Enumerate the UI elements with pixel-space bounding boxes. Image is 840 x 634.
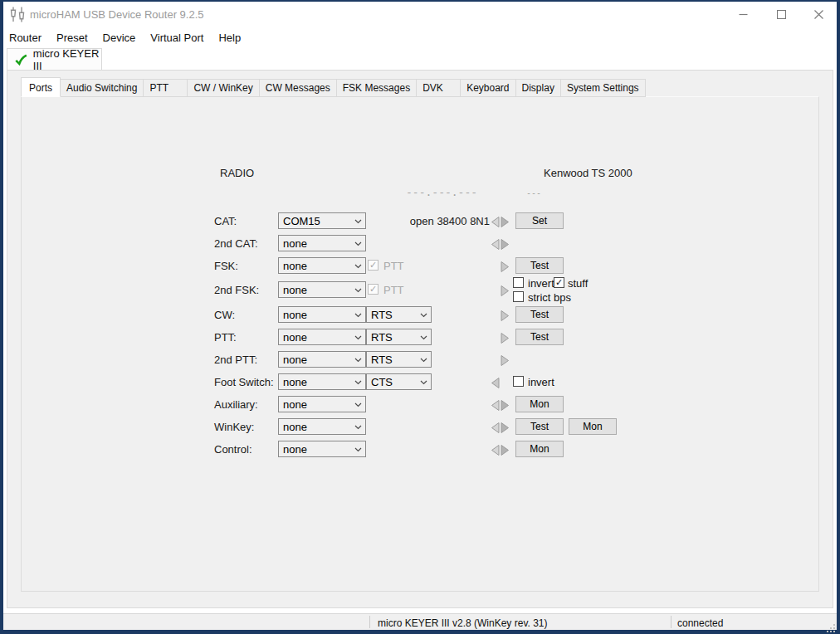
chevron-down-icon <box>354 358 362 363</box>
chevron-down-icon <box>354 402 362 407</box>
tab-keyboard[interactable]: Keyboard <box>460 79 515 97</box>
second-ptt-port-select[interactable]: none <box>278 351 366 368</box>
right-arrow-indicator-icon <box>501 238 509 249</box>
fsk-ptt-checkbox <box>368 260 378 271</box>
tab-system-settings[interactable]: System Settings <box>560 79 646 97</box>
tab-cw-messages[interactable]: CW Messages <box>259 79 337 97</box>
second-fsk-label: 2nd FSK: <box>214 284 259 296</box>
app-window: { "colors": { "window_border": "#1c3a63"… <box>0 0 840 634</box>
tab-fsk-messages[interactable]: FSK Messages <box>336 79 417 97</box>
device-connected-check-icon <box>15 54 27 66</box>
fsk-invert-checkbox[interactable] <box>513 277 524 288</box>
right-arrow-indicator-icon <box>501 444 509 455</box>
cat-port-status: open 38400 8N1 <box>390 215 490 227</box>
chevron-down-icon <box>420 335 427 340</box>
menu-item-help[interactable]: Help <box>211 29 248 46</box>
chevron-down-icon <box>354 425 362 430</box>
chevron-down-icon <box>354 241 362 246</box>
winkey-port-select[interactable]: none <box>278 418 366 435</box>
ptt-signal-select[interactable]: RTS <box>366 329 432 345</box>
chevron-down-icon <box>354 313 362 318</box>
maximize-button[interactable] <box>763 2 800 27</box>
app-logo-icon <box>9 7 26 22</box>
maximize-icon <box>777 10 786 19</box>
menu-item-virtual-port[interactable]: Virtual Port <box>143 29 211 46</box>
close-button[interactable] <box>800 2 838 27</box>
statusbar-separator <box>369 616 370 628</box>
mode-display: --- <box>526 188 541 198</box>
control-mon-button[interactable]: Mon <box>515 441 564 457</box>
minimize-button[interactable] <box>725 2 762 27</box>
cw-signal-value: RTS <box>371 309 393 321</box>
chevron-down-icon <box>354 219 362 224</box>
cat-label: CAT: <box>214 215 237 227</box>
tab-display[interactable]: Display <box>515 79 561 97</box>
second-cat-port-value: none <box>283 237 307 250</box>
right-arrow-indicator-icon <box>501 332 509 343</box>
right-arrow-indicator-icon <box>501 399 509 410</box>
foot-switch-invert-checkbox[interactable] <box>513 376 524 387</box>
chevron-down-icon <box>420 313 427 318</box>
menu-item-router[interactable]: Router <box>2 29 49 46</box>
second-fsk-ptt-checkbox-label: PTT <box>383 284 404 296</box>
fsk-strict-bps-checkbox[interactable] <box>513 291 524 302</box>
auxiliary-mon-button[interactable]: Mon <box>515 396 564 412</box>
winkey-test-button[interactable]: Test <box>515 418 564 435</box>
tab-ptt[interactable]: PTT <box>143 79 188 97</box>
second-fsk-ptt-checkbox <box>368 284 378 295</box>
second-ptt-signal-select[interactable]: RTS <box>366 351 432 368</box>
right-arrow-indicator-icon <box>501 216 509 227</box>
settings-tab-bar: Ports Audio Switching PTT CW / WinKey CW… <box>21 77 645 97</box>
cw-port-select[interactable]: none <box>278 306 366 323</box>
tab-dvk[interactable]: DVK <box>416 79 461 97</box>
menu-item-device[interactable]: Device <box>95 29 144 46</box>
foot-switch-label: Foot Switch: <box>214 376 274 388</box>
frequency-display: ---.---.--- <box>406 186 477 198</box>
cat-port-select[interactable]: COM15 <box>278 212 366 229</box>
second-fsk-port-select[interactable]: none <box>278 281 366 298</box>
tab-audio-switching[interactable]: Audio Switching <box>60 79 144 97</box>
second-cat-port-select[interactable]: none <box>278 235 366 251</box>
window-title: microHAM USB Device Router 9.2.5 <box>30 8 204 21</box>
menu-bar: Router Preset Device Virtual Port Help <box>2 29 248 46</box>
fsk-port-value: none <box>283 260 307 272</box>
left-arrow-indicator-icon <box>491 422 500 432</box>
resize-grip[interactable] <box>827 621 835 629</box>
cw-label: CW: <box>214 309 235 321</box>
close-icon <box>814 10 823 19</box>
device-tab-micro-keyer-iii[interactable]: micro KEYER III <box>7 48 102 71</box>
ptt-test-button[interactable]: Test <box>515 329 564 345</box>
second-ptt-signal-value: RTS <box>371 354 393 366</box>
fsk-test-button[interactable]: Test <box>515 257 564 274</box>
cw-test-button[interactable]: Test <box>515 306 564 323</box>
chevron-down-icon <box>354 447 362 452</box>
cat-port-value: COM15 <box>283 215 320 227</box>
foot-switch-signal-select[interactable]: CTS <box>366 373 432 390</box>
right-arrow-indicator-icon <box>501 422 509 432</box>
statusbar-device-info: micro KEYER III v2.8 (WinKey rev. 31) <box>378 617 548 629</box>
tab-cw-winkey[interactable]: CW / WinKey <box>187 79 259 97</box>
right-arrow-indicator-icon <box>501 354 509 365</box>
control-label: Control: <box>214 443 252 456</box>
left-arrow-indicator-icon <box>491 444 500 455</box>
chevron-down-icon <box>354 288 362 293</box>
second-ptt-port-value: none <box>283 354 307 366</box>
cw-signal-select[interactable]: RTS <box>366 306 432 323</box>
auxiliary-port-select[interactable]: none <box>278 396 366 412</box>
left-arrow-indicator-icon <box>491 399 500 410</box>
device-tab-label: micro KEYER III <box>33 47 101 72</box>
ptt-signal-value: RTS <box>371 331 393 344</box>
right-arrow-indicator-icon <box>501 310 509 320</box>
ptt-port-select[interactable]: none <box>278 329 366 345</box>
tab-ports[interactable]: Ports <box>21 77 61 97</box>
cat-set-button[interactable]: Set <box>515 212 564 229</box>
foot-switch-port-select[interactable]: none <box>278 373 366 390</box>
foot-switch-signal-value: CTS <box>371 376 393 388</box>
control-port-select[interactable]: none <box>278 441 366 457</box>
control-port-value: none <box>283 443 307 456</box>
fsk-stuff-checkbox[interactable] <box>554 277 564 288</box>
minimize-icon <box>739 10 748 19</box>
winkey-mon-button[interactable]: Mon <box>569 418 617 435</box>
fsk-port-select[interactable]: none <box>278 257 366 274</box>
menu-item-preset[interactable]: Preset <box>49 29 95 46</box>
